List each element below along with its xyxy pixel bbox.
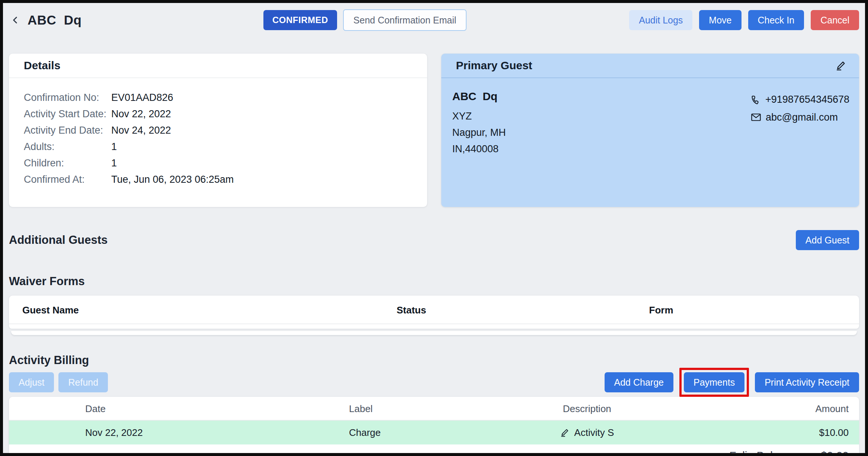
- detail-row-adults: Adults: 1: [24, 138, 412, 155]
- folio-balance-row: Folio Balance $0.00: [9, 444, 859, 456]
- waiver-table-header: Guest Name Status Form: [9, 296, 859, 324]
- billing-description-text: Activity S: [574, 427, 614, 439]
- details-body: Confirmation No: EV01AAD826 Activity Sta…: [9, 78, 427, 199]
- guest-name: ABC Dq: [452, 90, 506, 103]
- payments-button[interactable]: Payments: [684, 372, 744, 392]
- add-guest-button[interactable]: Add Guest: [796, 230, 859, 250]
- print-activity-receipt-button[interactable]: Print Activity Receipt: [755, 372, 859, 392]
- details-card: Details Confirmation No: EV01AAD826 Acti…: [9, 54, 427, 207]
- envelope-icon: [751, 113, 761, 122]
- primary-guest-body: ABC Dq XYZ Nagpur, MH IN,440008 +9198765…: [441, 78, 859, 157]
- billing-toolbar-right: Add Charge Payments Print Activity Recei…: [605, 372, 859, 392]
- detail-label: Confirmed At:: [24, 171, 111, 188]
- billing-col-label: Label: [349, 403, 502, 415]
- detail-label: Confirmation No:: [24, 89, 111, 106]
- edit-guest-icon[interactable]: [835, 60, 846, 71]
- check-in-button[interactable]: Check In: [748, 10, 804, 30]
- billing-cell-label: Charge: [349, 427, 502, 439]
- detail-label: Activity Start Date:: [24, 106, 111, 122]
- billing-cell-description: Activity S: [560, 427, 614, 439]
- waiver-col-guest-name: Guest Name: [9, 304, 397, 316]
- detail-value: 1: [111, 155, 117, 171]
- primary-guest-header: Primary Guest: [441, 54, 859, 78]
- payments-highlight-box: Payments: [679, 368, 749, 397]
- adjust-button[interactable]: Adjust: [9, 372, 54, 392]
- waiver-forms-table: Guest Name Status Form: [9, 296, 859, 329]
- page-title: ABC Dq: [28, 13, 81, 28]
- refund-button[interactable]: Refund: [58, 372, 108, 392]
- primary-guest-title: Primary Guest: [456, 59, 532, 72]
- detail-value: Tue, Jun 06, 2023 06:25am: [111, 171, 234, 188]
- detail-row-confirmed-at: Confirmed At: Tue, Jun 06, 2023 06:25am: [24, 171, 412, 188]
- waiver-col-form: Form: [649, 304, 859, 316]
- detail-row-children: Children: 1: [24, 155, 412, 171]
- detail-label: Adults:: [24, 138, 111, 155]
- guest-address-line2: Nagpur, MH: [452, 124, 506, 141]
- billing-col-amount: Amount: [815, 403, 859, 415]
- detail-row-start-date: Activity Start Date: Nov 22, 2022: [24, 106, 412, 122]
- detail-row-confirmation-no: Confirmation No: EV01AAD826: [24, 89, 412, 106]
- billing-cell-amount: $10.00: [819, 427, 859, 439]
- status-badge: CONFIRMED: [263, 10, 337, 30]
- waiver-forms-title: Waiver Forms: [9, 275, 859, 288]
- summary-cards-row: Details Confirmation No: EV01AAD826 Acti…: [9, 54, 859, 207]
- guest-address-line3: IN,440008: [452, 141, 506, 157]
- waiver-table-footer-strip: [11, 331, 857, 335]
- guest-email-row: abc@gmail.com: [751, 109, 849, 125]
- header-bar: ABC Dq CONFIRMED Send Confirmation Email…: [9, 9, 859, 31]
- guest-address-block: ABC Dq XYZ Nagpur, MH IN,440008: [452, 90, 506, 157]
- cancel-button[interactable]: Cancel: [811, 10, 859, 30]
- folio-balance-label: Folio Balance: [729, 449, 797, 456]
- detail-value: EV01AAD826: [111, 89, 173, 106]
- folio-balance-value: $0.00: [821, 449, 849, 456]
- detail-value: Nov 22, 2022: [111, 106, 171, 122]
- header-center: CONFIRMED Send Confirmation Email: [263, 9, 467, 31]
- detail-label: Activity End Date:: [24, 122, 111, 138]
- billing-table: Date Label Description Amount Nov 22, 20…: [9, 397, 859, 456]
- audit-logs-button[interactable]: Audit Logs: [629, 10, 692, 30]
- detail-label: Children:: [24, 155, 111, 171]
- details-title: Details: [24, 59, 60, 72]
- additional-guests-title: Additional Guests: [9, 233, 108, 247]
- phone-icon: [751, 95, 761, 105]
- guest-phone-row: +91987654345678: [751, 92, 849, 107]
- back-button[interactable]: [9, 14, 22, 26]
- billing-table-header: Date Label Description Amount: [9, 398, 859, 421]
- guest-contact-block: +91987654345678 abc@gmail.com: [751, 90, 849, 157]
- header-left: ABC Dq: [9, 13, 81, 28]
- edit-charge-icon[interactable]: [560, 428, 570, 437]
- billing-col-date: Date: [9, 403, 349, 415]
- guest-phone: +91987654345678: [765, 92, 849, 107]
- billing-cell-date: Nov 22, 2022: [9, 427, 349, 439]
- additional-guests-section: Additional Guests Add Guest: [9, 230, 859, 250]
- app-window: ABC Dq CONFIRMED Send Confirmation Email…: [0, 0, 868, 456]
- add-charge-button[interactable]: Add Charge: [605, 372, 673, 392]
- detail-value: Nov 24, 2022: [111, 122, 171, 138]
- waiver-col-status: Status: [397, 304, 649, 316]
- move-button[interactable]: Move: [699, 10, 741, 30]
- waiver-table-empty-body: [9, 324, 859, 329]
- primary-guest-card: Primary Guest ABC Dq XYZ Nagpur, MH IN,4…: [441, 54, 859, 207]
- guest-address-line1: XYZ: [452, 108, 506, 124]
- header-actions: Audit Logs Move Check In Cancel: [629, 10, 859, 30]
- chevron-left-icon: [10, 15, 20, 26]
- send-confirmation-email-button[interactable]: Send Confirmation Email: [343, 9, 467, 31]
- billing-col-description: Description: [563, 403, 611, 415]
- details-card-header: Details: [9, 54, 427, 78]
- billing-row-charge[interactable]: Nov 22, 2022 Charge Activity S $10.00: [9, 421, 859, 444]
- activity-billing-title: Activity Billing: [9, 354, 859, 367]
- detail-value: 1: [111, 138, 117, 155]
- billing-toolbar-left: Adjust Refund: [9, 372, 108, 392]
- billing-toolbar: Adjust Refund Add Charge Payments Print …: [9, 372, 859, 392]
- detail-row-end-date: Activity End Date: Nov 24, 2022: [24, 122, 412, 138]
- guest-email: abc@gmail.com: [766, 109, 838, 125]
